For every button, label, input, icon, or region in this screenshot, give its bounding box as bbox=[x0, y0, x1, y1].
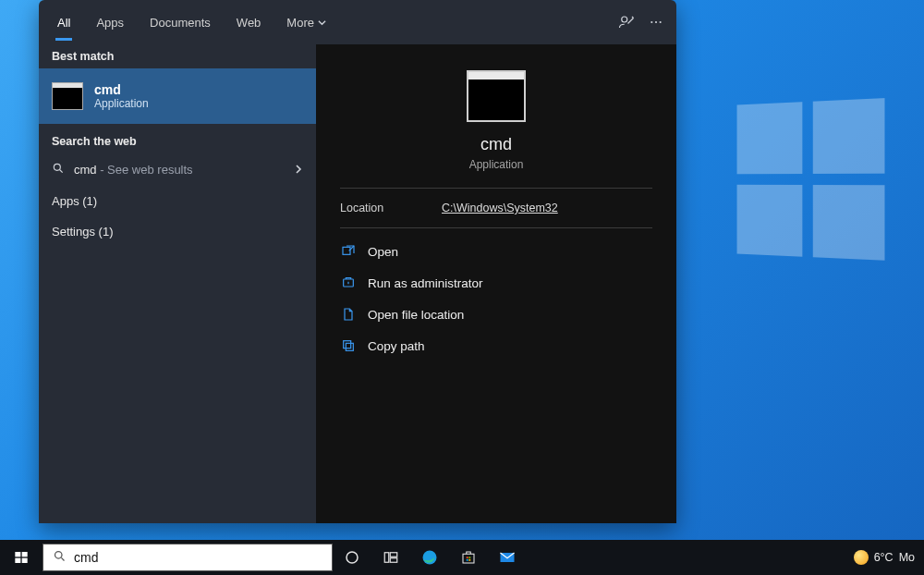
action-open-file-location-label: Open file location bbox=[368, 308, 464, 322]
svg-rect-25 bbox=[468, 559, 470, 561]
action-run-as-admin-label: Run as administrator bbox=[368, 276, 483, 290]
app-subtitle: Application bbox=[316, 158, 676, 171]
svg-rect-8 bbox=[346, 343, 353, 350]
best-match-title: cmd bbox=[94, 82, 149, 97]
tab-documents[interactable]: Documents bbox=[137, 0, 224, 44]
start-search-flyout: All Apps Documents Web More Best match c… bbox=[39, 0, 676, 523]
cmd-icon bbox=[52, 82, 83, 110]
taskbar-edge-icon[interactable] bbox=[410, 540, 449, 575]
taskbar-store-icon[interactable] bbox=[449, 540, 488, 575]
action-open-label: Open bbox=[368, 245, 398, 259]
svg-point-2 bbox=[655, 21, 657, 23]
taskbar-weather[interactable]: 6°C Mo bbox=[845, 550, 924, 565]
tab-all[interactable]: All bbox=[44, 0, 83, 44]
web-result-row[interactable]: cmd - See web results bbox=[39, 153, 316, 186]
weather-temp: 6°C bbox=[874, 551, 894, 564]
svg-rect-11 bbox=[22, 552, 28, 557]
location-row: Location C:\Windows\System32 bbox=[316, 189, 676, 227]
settings-group-row[interactable]: Settings (1) bbox=[39, 216, 316, 247]
start-button[interactable] bbox=[0, 540, 43, 575]
svg-line-5 bbox=[60, 170, 63, 173]
search-icon bbox=[53, 549, 67, 566]
taskbar: 6°C Mo bbox=[0, 540, 924, 575]
shield-icon bbox=[340, 275, 357, 291]
tab-more[interactable]: More bbox=[274, 0, 339, 44]
open-icon bbox=[340, 243, 357, 260]
windows-logo-icon bbox=[14, 550, 29, 565]
chevron-down-icon bbox=[318, 16, 326, 30]
apps-group-row[interactable]: Apps (1) bbox=[39, 186, 316, 216]
section-best-match: Best match bbox=[39, 44, 316, 68]
action-copy-path-label: Copy path bbox=[368, 339, 425, 353]
weather-label: Mo bbox=[899, 551, 915, 564]
task-view-button[interactable] bbox=[333, 540, 371, 575]
section-search-web: Search the web bbox=[39, 129, 316, 153]
taskbar-search-box[interactable] bbox=[43, 544, 333, 571]
svg-rect-21 bbox=[463, 554, 474, 563]
best-match-result[interactable]: cmd Application bbox=[39, 68, 316, 124]
action-run-as-admin[interactable]: Run as administrator bbox=[316, 267, 676, 299]
tab-more-label: More bbox=[286, 16, 314, 30]
svg-point-16 bbox=[346, 552, 358, 563]
location-value[interactable]: C:\Windows\System32 bbox=[442, 202, 558, 214]
taskbar-pinned-app-1[interactable] bbox=[371, 540, 410, 575]
svg-point-1 bbox=[650, 21, 652, 23]
app-large-icon bbox=[467, 70, 526, 122]
more-options-icon[interactable] bbox=[641, 7, 671, 37]
best-match-subtitle: Application bbox=[94, 97, 149, 110]
result-details-pane: cmd Application Location C:\Windows\Syst… bbox=[316, 44, 676, 523]
svg-rect-17 bbox=[384, 553, 389, 563]
web-result-suffix: - See web results bbox=[97, 163, 193, 177]
svg-point-14 bbox=[55, 552, 63, 559]
svg-rect-18 bbox=[390, 553, 397, 557]
svg-rect-22 bbox=[467, 557, 468, 558]
svg-rect-13 bbox=[22, 558, 28, 563]
settings-group-label: Settings (1) bbox=[52, 225, 113, 239]
svg-rect-10 bbox=[15, 552, 20, 557]
copy-icon bbox=[340, 337, 357, 354]
folder-icon bbox=[340, 306, 357, 323]
svg-rect-12 bbox=[15, 558, 20, 563]
apps-group-label: Apps (1) bbox=[52, 194, 97, 208]
taskbar-mail-icon[interactable] bbox=[488, 540, 527, 575]
app-title: cmd bbox=[316, 135, 676, 154]
action-open[interactable]: Open bbox=[316, 236, 676, 267]
svg-point-4 bbox=[54, 164, 60, 170]
action-copy-path[interactable]: Copy path bbox=[316, 330, 676, 361]
search-scope-tabs: All Apps Documents Web More bbox=[39, 0, 676, 44]
feedback-icon[interactable] bbox=[612, 7, 641, 37]
svg-rect-24 bbox=[467, 559, 468, 561]
taskbar-search-input[interactable] bbox=[74, 550, 322, 565]
desktop-windows-logo bbox=[737, 98, 887, 263]
web-result-query: cmd bbox=[74, 163, 97, 177]
svg-point-3 bbox=[660, 21, 662, 23]
svg-rect-23 bbox=[468, 557, 470, 558]
svg-rect-19 bbox=[390, 558, 397, 563]
tab-web[interactable]: Web bbox=[224, 0, 274, 44]
svg-rect-9 bbox=[344, 341, 351, 349]
search-icon bbox=[52, 162, 65, 177]
action-open-file-location[interactable]: Open file location bbox=[316, 299, 676, 330]
location-label: Location bbox=[340, 202, 405, 214]
results-left-pane: Best match cmd Application Search the we… bbox=[39, 44, 316, 523]
chevron-right-icon bbox=[294, 163, 303, 177]
svg-point-0 bbox=[622, 17, 627, 22]
svg-line-15 bbox=[61, 557, 64, 560]
weather-sun-icon bbox=[854, 550, 869, 565]
tab-apps[interactable]: Apps bbox=[83, 0, 137, 44]
